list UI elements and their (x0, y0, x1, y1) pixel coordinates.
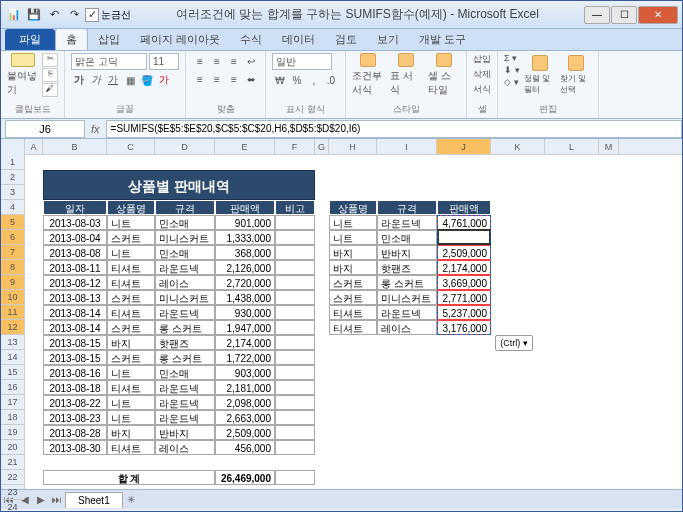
cell[interactable]: 티셔트 (107, 440, 155, 455)
cell[interactable]: 901,000 (215, 215, 275, 230)
cell[interactable]: 스커트 (329, 290, 377, 305)
cell[interactable] (275, 335, 315, 350)
cell[interactable] (275, 245, 315, 260)
cell[interactable]: 니트 (107, 365, 155, 380)
cell[interactable]: 2,174,000 (215, 335, 275, 350)
align-bot-icon[interactable]: ≡ (226, 53, 242, 69)
cell[interactable]: 456,000 (215, 440, 275, 455)
cell[interactable]: 2013-08-23 (43, 410, 107, 425)
col-header-D[interactable]: D (155, 139, 215, 154)
cell[interactable]: 니트 (107, 410, 155, 425)
cell[interactable]: 미니스커트 (155, 290, 215, 305)
cell[interactable] (275, 275, 315, 290)
cell[interactable]: 스커트 (329, 275, 377, 290)
cell[interactable] (275, 395, 315, 410)
cell[interactable]: 반바지 (155, 425, 215, 440)
next-sheet-button[interactable]: ▶ (33, 492, 49, 508)
row-header-11[interactable]: 11 (1, 305, 24, 320)
font-size-combo[interactable]: 11 (149, 53, 179, 70)
cell[interactable]: 2,720,000 (215, 275, 275, 290)
cell[interactable]: 판매액 (215, 200, 275, 215)
cell[interactable]: 2013-08-13 (43, 290, 107, 305)
cell[interactable]: 2013-08-03 (43, 215, 107, 230)
maximize-button[interactable]: ☐ (611, 6, 637, 24)
col-header-K[interactable]: K (491, 139, 545, 154)
cell[interactable]: 903,000 (215, 365, 275, 380)
cell[interactable] (275, 305, 315, 320)
cell[interactable] (275, 440, 315, 455)
cell[interactable]: 반바지 (377, 245, 437, 260)
align-left-icon[interactable]: ≡ (192, 71, 208, 87)
currency-icon[interactable]: ₩ (272, 72, 288, 88)
insert-button[interactable]: 삽입 (473, 53, 491, 66)
col-header-L[interactable]: L (545, 139, 599, 154)
number-format-combo[interactable]: 일반 (272, 53, 332, 70)
cell[interactable]: 일자 (43, 200, 107, 215)
cell[interactable]: 2013-08-12 (43, 275, 107, 290)
excel-icon[interactable]: 📊 (5, 6, 23, 24)
tab-review[interactable]: 검토 (325, 29, 367, 50)
cell[interactable]: 규격 (155, 200, 215, 215)
cell[interactable]: 1,333,000 (215, 230, 275, 245)
cell[interactable]: 2013-08-15 (43, 335, 107, 350)
cell[interactable]: 레이스 (377, 320, 437, 335)
save-icon[interactable]: 💾 (25, 6, 43, 24)
cell[interactable]: 라운드넥 (155, 395, 215, 410)
cell-style-button[interactable]: 셀 스타일 (428, 53, 460, 97)
cell[interactable]: 미니스커트 (155, 230, 215, 245)
cell[interactable]: 바지 (107, 425, 155, 440)
cell[interactable]: 2013-08-14 (43, 305, 107, 320)
cell[interactable]: 2013-08-16 (43, 365, 107, 380)
last-sheet-button[interactable]: ⏭ (49, 492, 65, 508)
cell[interactable]: 롱 스커트 (155, 350, 215, 365)
cell[interactable]: 비고 (275, 200, 315, 215)
fx-icon[interactable]: fx (91, 123, 100, 135)
close-button[interactable]: ✕ (638, 6, 678, 24)
row-header-9[interactable]: 9 (1, 275, 24, 290)
cell[interactable]: 핫팬즈 (155, 335, 215, 350)
cell[interactable]: 상품명 (329, 200, 377, 215)
row-header-5[interactable]: 5 (1, 215, 24, 230)
cell[interactable] (275, 350, 315, 365)
underline-button[interactable]: 가 (105, 72, 121, 88)
fill-icon[interactable]: ⬇ ▾ (504, 65, 520, 75)
align-top-icon[interactable]: ≡ (192, 53, 208, 69)
col-header-E[interactable]: E (215, 139, 275, 154)
col-header-J[interactable]: J (437, 139, 491, 154)
cell[interactable]: 티셔트 (107, 275, 155, 290)
sheet-tab[interactable]: Sheet1 (65, 492, 123, 508)
cell[interactable]: 라운드넥 (155, 380, 215, 395)
row-header-8[interactable]: 8 (1, 260, 24, 275)
cell[interactable]: 티셔트 (107, 305, 155, 320)
cell[interactable]: 롱 스커트 (377, 275, 437, 290)
cell[interactable]: 바지 (329, 260, 377, 275)
cell[interactable]: 바지 (107, 335, 155, 350)
worksheet-grid[interactable]: 123456789101112131415161718192021222324 … (1, 139, 682, 489)
paste-options-button[interactable]: (Ctrl) ▾ (495, 335, 533, 351)
row-header-13[interactable]: 13 (1, 335, 24, 350)
col-header-G[interactable]: G (315, 139, 329, 154)
sort-filter-button[interactable]: 정렬 및 필터 (524, 53, 556, 97)
cell[interactable]: 라운드넥 (155, 305, 215, 320)
cell[interactable]: 1,722,000 (215, 350, 275, 365)
gridlines-checkbox[interactable]: ✓ (85, 8, 99, 22)
row-header-18[interactable]: 18 (1, 410, 24, 425)
tab-formula[interactable]: 수식 (230, 29, 272, 50)
cell[interactable]: 레이스 (155, 275, 215, 290)
row-header-20[interactable]: 20 (1, 440, 24, 455)
redo-icon[interactable]: ↷ (65, 6, 83, 24)
cell[interactable]: 2013-08-15 (43, 350, 107, 365)
cell[interactable]: 니트 (107, 395, 155, 410)
cell[interactable]: 2013-08-30 (43, 440, 107, 455)
format-button[interactable]: 서식 (473, 83, 491, 96)
border-button[interactable]: ▦ (122, 72, 138, 88)
cell[interactable]: 2,509,000 (215, 425, 275, 440)
row-header-7[interactable]: 7 (1, 245, 24, 260)
row-header-4[interactable]: 4 (1, 200, 24, 215)
row-header-19[interactable]: 19 (1, 425, 24, 440)
row-header-10[interactable]: 10 (1, 290, 24, 305)
cell[interactable] (275, 290, 315, 305)
cell[interactable]: 2,181,000 (215, 380, 275, 395)
percent-icon[interactable]: % (289, 72, 305, 88)
cell[interactable]: 2013-08-14 (43, 320, 107, 335)
